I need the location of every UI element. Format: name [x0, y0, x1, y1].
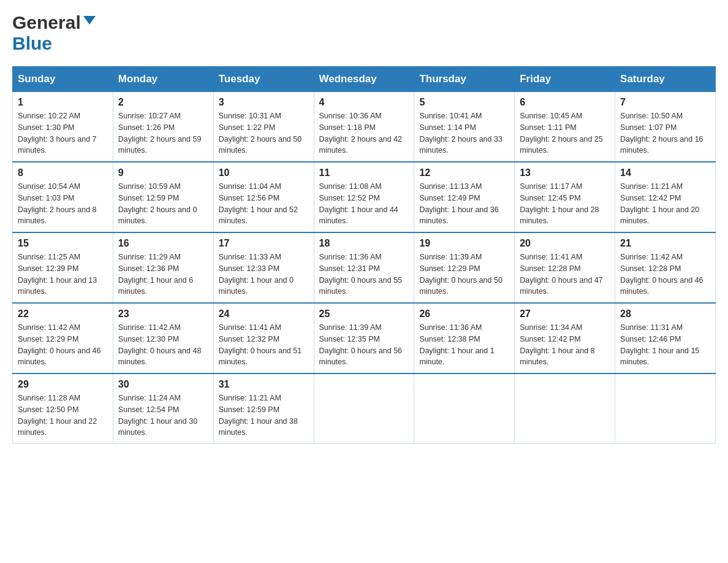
logo: General Blue: [12, 12, 96, 54]
day-number: 20: [520, 238, 610, 249]
day-cell: 5Sunrise: 10:41 AMSunset: 1:14 PMDayligh…: [414, 92, 515, 163]
week-row-4: 22Sunrise: 11:42 AMSunset: 12:29 PMDayli…: [13, 303, 716, 373]
day-number: 16: [118, 238, 208, 249]
day-info: Sunrise: 11:39 AMSunset: 12:35 PMDayligh…: [319, 322, 409, 368]
day-number: 27: [520, 308, 610, 320]
day-cell: [314, 373, 414, 444]
day-cell: [615, 373, 716, 444]
logo-general: General: [12, 12, 81, 33]
day-cell: 3Sunrise: 10:31 AMSunset: 1:22 PMDayligh…: [213, 92, 314, 163]
day-info: Sunrise: 11:24 AMSunset: 12:54 PMDayligh…: [118, 393, 208, 439]
day-info: Sunrise: 11:21 AMSunset: 12:42 PMDayligh…: [620, 181, 710, 227]
day-number: 17: [219, 238, 309, 249]
column-header-saturday: Saturday: [615, 67, 716, 92]
day-number: 7: [620, 97, 710, 108]
day-info: Sunrise: 11:25 AMSunset: 12:39 PMDayligh…: [18, 251, 108, 297]
day-info: Sunrise: 11:13 AMSunset: 12:49 PMDayligh…: [419, 181, 509, 227]
day-number: 23: [118, 308, 208, 320]
day-cell: 1Sunrise: 10:22 AMSunset: 1:30 PMDayligh…: [13, 92, 113, 163]
day-number: 5: [419, 97, 509, 108]
day-info: Sunrise: 11:28 AMSunset: 12:50 PMDayligh…: [18, 393, 108, 439]
day-info: Sunrise: 10:27 AMSunset: 1:26 PMDaylight…: [118, 110, 208, 156]
day-number: 24: [219, 308, 309, 320]
day-number: 12: [419, 167, 509, 178]
week-row-5: 29Sunrise: 11:28 AMSunset: 12:50 PMDayli…: [13, 373, 716, 444]
logo-blue: Blue: [12, 33, 52, 54]
day-info: Sunrise: 10:22 AMSunset: 1:30 PMDaylight…: [18, 110, 108, 156]
day-info: Sunrise: 10:41 AMSunset: 1:14 PMDaylight…: [419, 110, 509, 156]
day-cell: 13Sunrise: 11:17 AMSunset: 12:45 PMDayli…: [515, 162, 615, 232]
week-row-3: 15Sunrise: 11:25 AMSunset: 12:39 PMDayli…: [13, 232, 716, 303]
day-cell: 9Sunrise: 10:59 AMSunset: 12:59 PMDaylig…: [113, 162, 213, 232]
day-cell: 10Sunrise: 11:04 AMSunset: 12:56 PMDayli…: [213, 162, 314, 232]
day-cell: 18Sunrise: 11:36 AMSunset: 12:31 PMDayli…: [314, 232, 414, 303]
day-number: 6: [520, 97, 610, 108]
week-row-2: 8Sunrise: 10:54 AMSunset: 1:03 PMDayligh…: [13, 162, 716, 232]
day-info: Sunrise: 11:36 AMSunset: 12:38 PMDayligh…: [419, 322, 509, 368]
day-info: Sunrise: 11:08 AMSunset: 12:52 PMDayligh…: [319, 181, 409, 227]
day-number: 30: [118, 379, 208, 390]
day-info: Sunrise: 10:50 AMSunset: 1:07 PMDaylight…: [620, 110, 710, 156]
day-number: 4: [319, 97, 409, 108]
day-number: 2: [118, 97, 208, 108]
day-cell: 31Sunrise: 11:21 AMSunset: 12:59 PMDayli…: [213, 373, 314, 444]
day-number: 9: [118, 167, 208, 178]
day-cell: [515, 373, 615, 444]
day-cell: 28Sunrise: 11:31 AMSunset: 12:46 PMDayli…: [615, 303, 716, 373]
day-cell: 8Sunrise: 10:54 AMSunset: 1:03 PMDayligh…: [13, 162, 113, 232]
day-info: Sunrise: 11:04 AMSunset: 12:56 PMDayligh…: [219, 181, 309, 227]
week-row-1: 1Sunrise: 10:22 AMSunset: 1:30 PMDayligh…: [13, 92, 716, 163]
day-info: Sunrise: 10:45 AMSunset: 1:11 PMDaylight…: [520, 110, 610, 156]
day-cell: 16Sunrise: 11:29 AMSunset: 12:36 PMDayli…: [113, 232, 213, 303]
column-header-friday: Friday: [515, 67, 615, 92]
column-header-monday: Monday: [113, 67, 213, 92]
calendar-table: SundayMondayTuesdayWednesdayThursdayFrid…: [12, 66, 716, 444]
day-info: Sunrise: 11:42 AMSunset: 12:30 PMDayligh…: [118, 322, 208, 368]
day-info: Sunrise: 11:34 AMSunset: 12:42 PMDayligh…: [520, 322, 610, 368]
day-cell: 19Sunrise: 11:39 AMSunset: 12:29 PMDayli…: [414, 232, 515, 303]
page-header: General Blue: [12, 12, 716, 54]
header-row: SundayMondayTuesdayWednesdayThursdayFrid…: [13, 67, 716, 92]
day-info: Sunrise: 11:41 AMSunset: 12:28 PMDayligh…: [520, 251, 610, 297]
day-cell: 30Sunrise: 11:24 AMSunset: 12:54 PMDayli…: [113, 373, 213, 444]
day-info: Sunrise: 10:54 AMSunset: 1:03 PMDaylight…: [18, 181, 108, 227]
day-number: 8: [18, 167, 108, 178]
column-header-thursday: Thursday: [414, 67, 515, 92]
day-number: 3: [219, 97, 309, 108]
day-cell: 7Sunrise: 10:50 AMSunset: 1:07 PMDayligh…: [615, 92, 716, 163]
day-info: Sunrise: 11:39 AMSunset: 12:29 PMDayligh…: [419, 251, 509, 297]
day-cell: 23Sunrise: 11:42 AMSunset: 12:30 PMDayli…: [113, 303, 213, 373]
day-number: 19: [419, 238, 509, 249]
day-cell: 25Sunrise: 11:39 AMSunset: 12:35 PMDayli…: [314, 303, 414, 373]
column-header-tuesday: Tuesday: [213, 67, 314, 92]
day-info: Sunrise: 10:59 AMSunset: 12:59 PMDayligh…: [118, 181, 208, 227]
day-number: 26: [419, 308, 509, 320]
day-cell: 11Sunrise: 11:08 AMSunset: 12:52 PMDayli…: [314, 162, 414, 232]
day-number: 13: [520, 167, 610, 178]
day-number: 22: [18, 308, 108, 320]
day-number: 15: [18, 238, 108, 249]
day-info: Sunrise: 11:21 AMSunset: 12:59 PMDayligh…: [219, 393, 309, 439]
day-number: 14: [620, 167, 710, 178]
day-cell: 22Sunrise: 11:42 AMSunset: 12:29 PMDayli…: [13, 303, 113, 373]
day-number: 29: [18, 379, 108, 390]
day-number: 31: [219, 379, 309, 390]
day-info: Sunrise: 10:31 AMSunset: 1:22 PMDaylight…: [219, 110, 309, 156]
day-number: 28: [620, 308, 710, 320]
day-number: 18: [319, 238, 409, 249]
day-info: Sunrise: 11:31 AMSunset: 12:46 PMDayligh…: [620, 322, 710, 368]
day-cell: 29Sunrise: 11:28 AMSunset: 12:50 PMDayli…: [13, 373, 113, 444]
day-info: Sunrise: 11:41 AMSunset: 12:32 PMDayligh…: [219, 322, 309, 368]
day-cell: 15Sunrise: 11:25 AMSunset: 12:39 PMDayli…: [13, 232, 113, 303]
day-cell: 4Sunrise: 10:36 AMSunset: 1:18 PMDayligh…: [314, 92, 414, 163]
day-info: Sunrise: 10:36 AMSunset: 1:18 PMDaylight…: [319, 110, 409, 156]
day-number: 25: [319, 308, 409, 320]
day-number: 1: [18, 97, 108, 108]
day-cell: 20Sunrise: 11:41 AMSunset: 12:28 PMDayli…: [515, 232, 615, 303]
day-number: 21: [620, 238, 710, 249]
day-cell: 27Sunrise: 11:34 AMSunset: 12:42 PMDayli…: [515, 303, 615, 373]
day-number: 11: [319, 167, 409, 178]
day-cell: 26Sunrise: 11:36 AMSunset: 12:38 PMDayli…: [414, 303, 515, 373]
day-cell: 2Sunrise: 10:27 AMSunset: 1:26 PMDayligh…: [113, 92, 213, 163]
day-cell: 24Sunrise: 11:41 AMSunset: 12:32 PMDayli…: [213, 303, 314, 373]
